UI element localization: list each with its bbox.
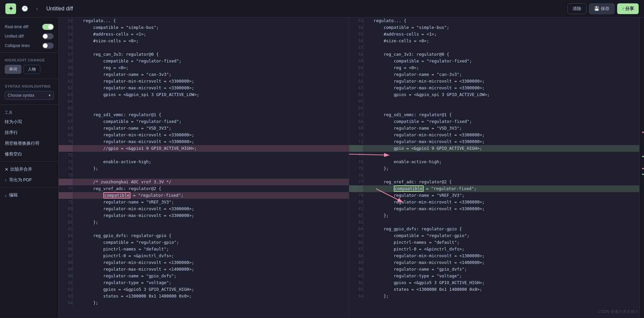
line-number: 57 xyxy=(349,44,363,51)
collapse-lines-toggle[interactable] xyxy=(42,43,54,49)
line-content: //gpio = <&gpio1 9 GPIO_ACTIVE_HIGH>; xyxy=(73,145,349,152)
line-content: }; xyxy=(363,212,639,219)
table-row: 64 xyxy=(59,98,349,105)
line-content: regulator-max-microvolt = <3300000>; xyxy=(363,138,639,145)
history-button[interactable]: 🕐 xyxy=(20,4,30,13)
line-content xyxy=(363,105,639,111)
highlight-word-btn[interactable]: 单词 xyxy=(5,65,21,74)
table-row: 85 compatible = "regulator-gpio"; xyxy=(349,232,639,239)
save-button[interactable]: 💾 保存 xyxy=(589,3,614,14)
table-row: 82 }; xyxy=(59,219,349,226)
line-content: compatible = "simple-bus"; xyxy=(73,24,349,31)
tool-replacetabs-label: 用空格替换换行符 xyxy=(5,140,40,146)
page-title: Untitled diff xyxy=(45,6,564,12)
line-number: 54 xyxy=(59,31,73,38)
clear-button[interactable]: 清除 xyxy=(568,3,586,14)
line-content: }; xyxy=(73,165,349,172)
table-row: 60 regulator-name = "can-3v3"; xyxy=(59,71,349,78)
tool-replacetabs[interactable]: 用空格替换换行符 xyxy=(0,138,58,149)
export-icon: ↑ xyxy=(5,178,7,183)
line-content: reg_can_3v3: regulator@0 { xyxy=(363,51,639,58)
line-number: 93 xyxy=(349,286,363,293)
highlight-char-btn[interactable]: 人物 xyxy=(23,65,40,74)
table-row: 81 regulator-max-microvolt = <3300000>; xyxy=(349,206,639,212)
tool-exportpdf[interactable]: ↑ 导出为 PDF xyxy=(0,175,58,185)
line-content: gpio = <&gpio1 9 GPIO_ACTIVE_HIGH>; xyxy=(363,145,639,152)
tool-sortlines[interactable]: 排序行 xyxy=(0,127,58,138)
table-row: 93 states = <1300000 0x1 1400000 0x0>; xyxy=(349,286,639,293)
unified-diff-toggle[interactable] xyxy=(42,33,54,39)
line-content: regulator-max-microvolt = <3300000>; xyxy=(73,212,349,219)
line-content: compatible = "simple-bus"; xyxy=(363,24,639,31)
table-row: 83 xyxy=(59,226,349,232)
line-content: reg_sd1_vmmc: regulator@1 { xyxy=(73,111,349,118)
table-row: 59 compatible = "regulator-fixed"; xyxy=(349,58,639,64)
table-row: 70 regulator-min-microvolt = <3300000>; xyxy=(349,132,639,138)
tool-edit-label: 编辑 xyxy=(9,192,18,198)
right-diff-pane[interactable]: 53 regulato... {54 compatible = "simple-… xyxy=(349,17,639,318)
table-row: 75 xyxy=(59,172,349,179)
table-row: 92 gpios = <&gpio5 3 GPIO_ACTIVE_HIGH>; xyxy=(59,286,349,293)
line-content: /* zuozhongkai ADC vref 3.3V */ xyxy=(73,179,349,185)
line-number: 55 xyxy=(59,38,73,44)
line-number: 85 xyxy=(59,239,73,246)
back-button[interactable]: ‹ xyxy=(34,4,41,13)
line-number: 69 xyxy=(349,125,363,132)
line-content: compatible = "regulator-gpio"; xyxy=(73,239,349,246)
syntax-select[interactable]: Choose syntax ▾ xyxy=(5,91,54,100)
line-number: 86 xyxy=(59,246,73,253)
minimap[interactable] xyxy=(639,17,644,318)
line-content: regulato... { xyxy=(363,17,639,24)
line-content: reg_gpio_dvfs: regulator-gpio { xyxy=(363,226,639,232)
line-content: regulator-min-microvolt = <3300000>; xyxy=(73,132,349,138)
diff-container: 52 regulato... {53 compatible = "simple-… xyxy=(59,17,644,318)
line-content: regulator-type = "voltage"; xyxy=(73,279,349,286)
line-content: regulator-min-microvolt = <3300000>; xyxy=(363,132,639,138)
line-number: 56 xyxy=(349,38,363,44)
line-number: 71 xyxy=(349,138,363,145)
line-number: 64 xyxy=(59,98,73,105)
realtime-diff-toggle[interactable] xyxy=(42,24,54,30)
line-number: 66 xyxy=(59,111,73,118)
tool-trimspace[interactable]: 修剪空白 xyxy=(0,149,58,160)
line-content: gpios = <&gpio5 3 GPIO_ACTIVE_HIGH>; xyxy=(363,279,639,286)
line-content: regulator-name = "VSD_3V3"; xyxy=(363,125,639,132)
tool-edit[interactable]: ↓ 编辑 xyxy=(0,190,58,200)
tool-compare[interactable]: ✕ 比较并合并 xyxy=(0,164,58,175)
line-number: 61 xyxy=(59,78,73,85)
left-code-table: 52 regulato... {53 compatible = "simple-… xyxy=(59,17,349,306)
table-row: 62 regulator-max-microvolt = <3300000>; xyxy=(59,85,349,91)
table-row: 65 xyxy=(59,105,349,111)
line-content: }; xyxy=(363,165,639,172)
line-number: 68 xyxy=(349,118,363,125)
table-row: 90 regulator-name = "gpio_dvfs"; xyxy=(349,266,639,273)
left-diff-pane[interactable]: 52 regulato... {53 compatible = "simple-… xyxy=(59,17,349,318)
line-number: 77 xyxy=(349,179,363,185)
line-number: 87 xyxy=(59,253,73,259)
line-number: 76 xyxy=(59,179,73,185)
line-content: reg = <0>; xyxy=(73,64,349,71)
tool-lowercase[interactable]: 转为小写 xyxy=(0,117,58,127)
line-number: 60 xyxy=(349,64,363,71)
share-button[interactable]: ↑ 分享 xyxy=(617,3,639,14)
line-content: pinctrl-names = "default"; xyxy=(73,246,349,253)
line-content: regulator-max-microvolt = <3300000>; xyxy=(73,85,349,91)
line-number: 81 xyxy=(59,212,73,219)
table-row: 66 reg_sd1_vmmc: regulator@1 { xyxy=(59,111,349,118)
table-row: 94 }; xyxy=(59,300,349,306)
table-row: 76 /* zuozhongkai ADC vref 3.3V */ xyxy=(59,179,349,185)
line-number: 70 xyxy=(59,138,73,145)
line-number: 63 xyxy=(59,91,73,98)
table-row: 63 gpios = <&gpio_spi 3 GPIO_ACTIVE_LOW>… xyxy=(59,91,349,98)
line-content: compaatible = "regulator-fixed"; xyxy=(363,185,639,192)
line-number: 88 xyxy=(349,253,363,259)
line-content: regulator-max-microvolt = <3300000>; xyxy=(73,138,349,145)
line-content: regulator-type = "voltage"; xyxy=(363,273,639,279)
table-row: 56 #size-cells = <0>; xyxy=(349,38,639,44)
line-number: 94 xyxy=(59,300,73,306)
line-content: gpios = <&gpio_spi 3 GPIO_ACTIVE_LOW>; xyxy=(73,91,349,98)
line-content: compatible = "regulator-fixed"; xyxy=(363,118,639,125)
sidebar: Real-time diff Unified diff Collapse lin… xyxy=(0,17,59,318)
tools-title: 工具 xyxy=(0,107,58,117)
table-row: 57 xyxy=(349,44,639,51)
